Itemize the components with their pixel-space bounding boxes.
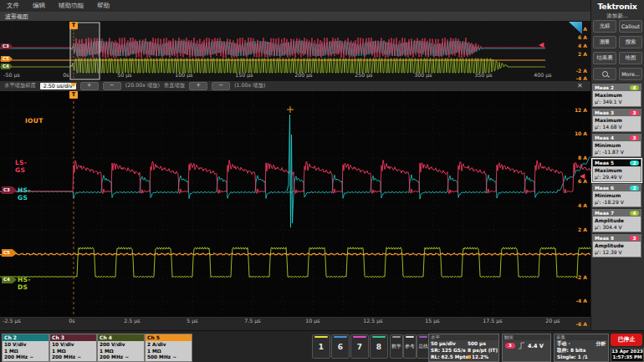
trigger-source-chip: 3	[505, 343, 515, 349]
trigger-position-caret-icon[interactable]	[70, 83, 77, 87]
channel-name: Ch 5	[146, 334, 192, 341]
acq-single: Single: 1 /1	[555, 354, 608, 360]
channel-badge-ch2[interactable]: Ch 210 V/div1 MΩ200 MHz ~	[2, 334, 49, 362]
measurement-badge-meas-2[interactable]: Meas 24Maximumµ': 349.1 V	[592, 84, 641, 107]
overview-trigger-flag[interactable]: T	[69, 22, 78, 29]
acquisition-badge[interactable]: 采集 手动 · 分析 取样: 8 bits Single: 1 /1	[554, 334, 609, 362]
vertical-zoom-label: 垂直缩放	[164, 82, 185, 89]
channel-button-7[interactable]: 7	[350, 334, 369, 359]
overview-ch3-arrow-icon: ◀	[539, 42, 544, 48]
channel-setting: 500 MHz ~	[147, 354, 190, 361]
button-参考[interactable]: 参考	[403, 334, 417, 359]
meas-value: µ': 12.39 V	[595, 249, 639, 256]
acq-mode: 手动 ·	[557, 341, 570, 346]
amp-scale-label: 6 A	[569, 34, 587, 40]
axis-tick: 17.5 µs	[483, 318, 502, 324]
panel-divider-handle[interactable]: ⋮⋮	[588, 170, 594, 176]
horizontal-badge[interactable]: 水平 50 µs/div500 µsSR: 125 GS/s8 ps/pt (I…	[428, 334, 499, 362]
position-indicator-icon	[468, 355, 471, 359]
trigger-badge[interactable]: 触发 3 4.4 V	[502, 334, 551, 362]
color-stripe	[406, 336, 414, 338]
meas-value: µ': -11.87 V	[595, 149, 639, 156]
channel-name: Ch 2	[3, 334, 49, 341]
amp-scale-label: 4 A	[569, 202, 587, 208]
color-stripe	[419, 336, 427, 338]
sidebar-button-plot[interactable]: 绘图	[619, 52, 642, 64]
acq-sample: 取样: 8 bits	[555, 347, 608, 354]
menu-帮助[interactable]: 帮助	[97, 2, 110, 10]
channel-button-8[interactable]: 8	[370, 334, 388, 359]
sidebar-button-results-table[interactable]: 结果表	[593, 52, 616, 64]
measurement-badge-meas-7[interactable]: Meas 74Amplitudeµ': 304.4 V	[592, 209, 641, 232]
axis-tick: 50 µs	[117, 72, 131, 78]
meas-source-chip: 4	[630, 211, 639, 216]
channel-setting: 200 MHz ~	[52, 354, 95, 361]
hzoom-factor: (20.00x 缩放)	[125, 82, 160, 89]
axis-tick: 12.5 µs	[363, 318, 382, 324]
meas-name: Meas 7	[595, 211, 614, 216]
main-waveform-view[interactable]	[0, 90, 590, 318]
color-stripe	[392, 336, 401, 338]
axis-tick: 20 µs	[545, 318, 560, 324]
trigger-level-arrow-icon[interactable]: ◀	[580, 173, 585, 180]
channel-name: Ch 4	[98, 334, 144, 341]
date: 13 Apr 2023	[611, 349, 643, 354]
measurement-badge-meas-4[interactable]: Meas 43Minimumµ': -11.87 V	[592, 134, 641, 157]
zoom-window-box[interactable]	[70, 23, 100, 79]
overview-time-axis: -50 µs0s50 µs100 µs150 µs200 µs250 µs300…	[0, 72, 590, 80]
meas-value: µ': 304.4 V	[595, 224, 639, 231]
vzoom-plus-button[interactable]: +	[189, 82, 207, 90]
trigger-title: 触发	[503, 334, 550, 340]
axis-tick: -2.5 µs	[3, 318, 21, 324]
horizontal-title: 水平	[429, 334, 498, 340]
meas-source-chip: 3	[630, 135, 639, 140]
hzoom-minus-button[interactable]: −	[103, 82, 121, 90]
measurement-list: Meas 24Maximumµ': 349.1 VMeas 33Maximumµ…	[592, 84, 641, 257]
trace-label-hs-ds: HS-DS	[18, 276, 31, 291]
sidebar-button-measure[interactable]: 测量	[593, 36, 616, 48]
channel-button-6[interactable]: 6	[331, 334, 350, 359]
measurement-badge-meas-8[interactable]: Meas 83Amplitudeµ': 12.39 V	[592, 234, 641, 257]
measurement-badge-meas-6[interactable]: Meas 62Minimumµ': -18.29 V	[592, 184, 641, 207]
run-stop-button[interactable]: 已停止	[611, 334, 642, 346]
sidebar-button-callout[interactable]: Callout	[619, 20, 642, 33]
meas-value: µ': -18.29 V	[595, 199, 639, 206]
menu-编辑[interactable]: 编辑	[33, 2, 45, 10]
axis-tick: 100 µs	[175, 72, 192, 78]
channel-setting: 1 MΩ	[4, 349, 47, 355]
channel-setting: 200 V/div	[100, 342, 142, 349]
horizontal-zoom-scale-label: 水平缩放标度	[4, 82, 36, 89]
meas-type: Minimum	[595, 142, 639, 149]
channel-color-stripe	[353, 336, 366, 338]
hzoom-plus-button[interactable]: +	[80, 82, 99, 90]
vzoom-minus-button[interactable]: −	[212, 82, 230, 90]
axis-tick: 2.5 µs	[124, 318, 140, 324]
menu-文件[interactable]: 文件	[7, 2, 19, 10]
axis-tick: 150 µs	[235, 72, 253, 78]
channel-button-1[interactable]: 1	[312, 334, 330, 359]
axis-tick: 15 µs	[425, 318, 439, 324]
sidebar-button-cursor[interactable]: 光标	[593, 20, 616, 33]
acq-analyze: 分析	[595, 340, 606, 347]
main-trigger-flag[interactable]: T	[69, 91, 78, 99]
channel-badge-ch3[interactable]: Ch 310 V/div1 MΩ200 MHz ~	[49, 334, 97, 362]
sidebar-button-more[interactable]: More...	[619, 68, 642, 80]
add-new-label: 添加新...	[590, 13, 644, 20]
measurement-badge-meas-3[interactable]: Meas 33Maximumµ': 14.68 V	[592, 109, 641, 132]
measurement-badge-meas-5[interactable]: Meas 52Maximumµ': 29.49 V	[592, 159, 641, 182]
meas-source-chip: 2	[630, 161, 639, 166]
channel-badge-ch5[interactable]: Ch 52 A/div1 MΩ500 MHz ~	[145, 334, 192, 362]
meas-name: Meas 6	[595, 186, 614, 191]
channel-color-stripe	[372, 336, 386, 338]
close-zoom-icon[interactable]: ✕	[577, 82, 583, 89]
sidebar-button-search[interactable]: 搜索	[619, 36, 642, 48]
button-数学[interactable]: 数学	[390, 334, 403, 359]
sidebar-button-zoom-tool[interactable]	[593, 68, 616, 80]
menu-辅助功能[interactable]: 辅助功能	[59, 2, 84, 10]
sidebar-button-grid: 光标Callout测量搜索结果表绘图More...	[593, 20, 642, 80]
main-plot[interactable]	[0, 91, 590, 317]
channel-badge-ch4[interactable]: Ch 4200 V/div1 MΩ200 MHz ~	[97, 334, 145, 362]
meas-name: Meas 2	[595, 85, 614, 90]
channel-setting: 1 MΩ	[147, 349, 190, 355]
meas-source-chip: 2	[630, 186, 639, 191]
